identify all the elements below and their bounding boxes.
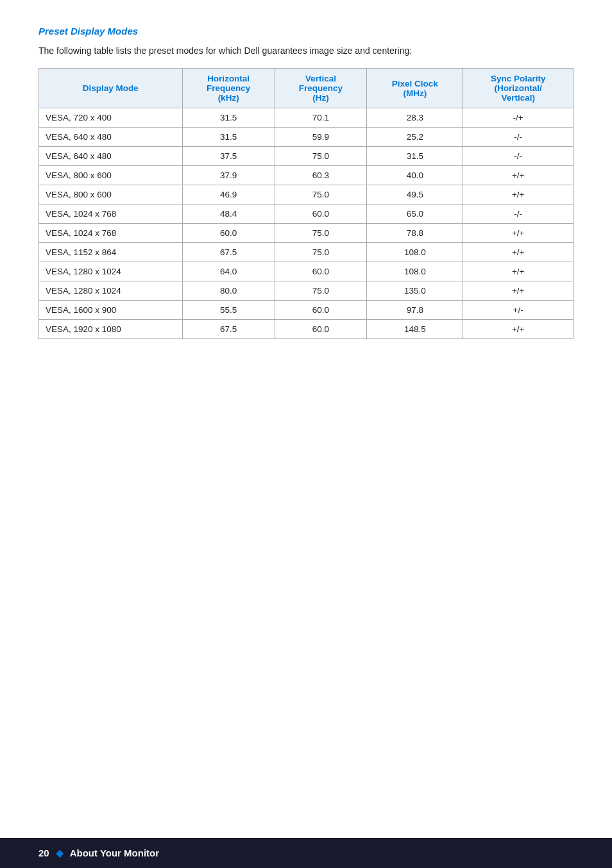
table-cell: 60.0 [275,301,367,320]
table-cell: 65.0 [367,204,463,224]
col-header-horiz-freq: Horizontal Frequency (kHz) [182,69,275,108]
table-cell: 75.0 [275,243,367,262]
table-cell: -/- [463,204,574,224]
footer-chapter-title: About Your Monitor [70,847,159,858]
table-row: VESA, 800 x 60037.960.340.0+/+ [39,166,574,185]
table-cell: 75.0 [275,281,367,301]
table-cell: 37.9 [182,166,275,185]
table-cell: 80.0 [182,281,275,301]
table-cell: VESA, 720 x 400 [39,108,183,128]
table-cell: 28.3 [367,108,463,128]
table-cell: 31.5 [182,128,275,147]
table-cell: +/+ [463,243,574,262]
table-row: VESA, 1024 x 76860.075.078.8+/+ [39,224,574,243]
table-cell: 70.1 [275,108,367,128]
col-header-sync-polarity: Sync Polarity (Horizontal/ Vertical) [463,69,574,108]
table-cell: 67.5 [182,243,275,262]
table-cell: 60.0 [275,262,367,281]
table-cell: VESA, 640 x 480 [39,128,183,147]
table-cell: 97.8 [367,301,463,320]
table-cell: +/+ [463,262,574,281]
table-cell: 108.0 [367,243,463,262]
table-cell: 108.0 [367,262,463,281]
table-cell: 75.0 [275,147,367,166]
table-row: VESA, 1280 x 102480.075.0135.0+/+ [39,281,574,301]
table-cell: -/- [463,128,574,147]
footer-page-number: 20 [38,847,49,858]
table-cell: +/+ [463,166,574,185]
table-row: VESA, 800 x 60046.975.049.5+/+ [39,185,574,204]
table-header-row: Display Mode Horizontal Frequency (kHz) … [39,69,574,108]
table-row: VESA, 1280 x 102464.060.0108.0+/+ [39,262,574,281]
table-cell: VESA, 1280 x 1024 [39,262,183,281]
table-cell: 48.4 [182,204,275,224]
table-cell: 37.5 [182,147,275,166]
table-cell: 148.5 [367,320,463,339]
page-footer: 20 ◆ About Your Monitor [0,838,612,868]
table-cell: +/+ [463,281,574,301]
table-row: VESA, 1600 x 90055.560.097.8+/- [39,301,574,320]
table-row: VESA, 640 x 48031.559.925.2-/- [39,128,574,147]
table-cell: VESA, 800 x 600 [39,166,183,185]
table-cell: +/- [463,301,574,320]
table-cell: 60.0 [275,204,367,224]
table-cell: +/+ [463,224,574,243]
table-row: VESA, 640 x 48037.575.031.5-/- [39,147,574,166]
table-cell: +/+ [463,320,574,339]
table-cell: VESA, 1024 x 768 [39,204,183,224]
table-cell: 135.0 [367,281,463,301]
col-header-vert-freq: Vertical Frequency (Hz) [275,69,367,108]
table-cell: VESA, 1600 x 900 [39,301,183,320]
table-cell: 60.0 [182,224,275,243]
table-row: VESA, 720 x 40031.570.128.3-/+ [39,108,574,128]
table-cell: 78.8 [367,224,463,243]
table-cell: VESA, 1024 x 768 [39,224,183,243]
table-cell: 75.0 [275,185,367,204]
table-cell: 64.0 [182,262,275,281]
table-cell: VESA, 1280 x 1024 [39,281,183,301]
table-cell: 31.5 [367,147,463,166]
table-row: VESA, 1024 x 76848.460.065.0-/- [39,204,574,224]
table-cell: 67.5 [182,320,275,339]
table-row: VESA, 1152 x 86467.575.0108.0+/+ [39,243,574,262]
table-cell: 55.5 [182,301,275,320]
col-header-display-mode: Display Mode [39,69,183,108]
table-cell: +/+ [463,185,574,204]
table-cell: -/+ [463,108,574,128]
table-cell: 60.0 [275,320,367,339]
table-cell: VESA, 1920 x 1080 [39,320,183,339]
table-cell: 25.2 [367,128,463,147]
table-cell: 60.3 [275,166,367,185]
table-cell: -/- [463,147,574,166]
table-cell: 75.0 [275,224,367,243]
table-cell: 46.9 [182,185,275,204]
table-cell: 59.9 [275,128,367,147]
col-header-pixel-clock: Pixel Clock (MHz) [367,69,463,108]
table-cell: 31.5 [182,108,275,128]
table-cell: 40.0 [367,166,463,185]
table-cell: VESA, 640 x 480 [39,147,183,166]
preset-modes-table: Display Mode Horizontal Frequency (kHz) … [38,68,574,339]
section-title: Preset Display Modes [38,26,574,37]
table-cell: 49.5 [367,185,463,204]
footer-diamond-icon: ◆ [56,847,64,859]
intro-text: The following table lists the preset mod… [38,44,574,58]
table-row: VESA, 1920 x 108067.560.0148.5+/+ [39,320,574,339]
table-cell: VESA, 800 x 600 [39,185,183,204]
table-cell: VESA, 1152 x 864 [39,243,183,262]
